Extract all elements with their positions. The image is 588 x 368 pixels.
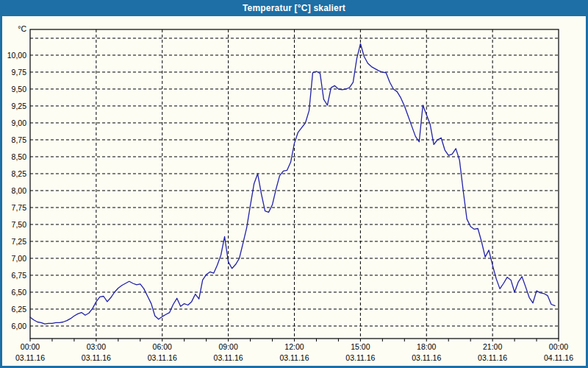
x-axis-date-label: 03.11.16: [15, 353, 45, 362]
chart-window: Temperatur [°C] skaliert 6,006,256,506,7…: [0, 0, 588, 368]
x-axis-date-label: 03.11.16: [478, 353, 507, 362]
y-axis-label: 7,25: [12, 237, 27, 246]
x-axis-date-label: 03.11.16: [412, 353, 441, 362]
y-axis-label: 6,00: [12, 322, 27, 330]
x-axis-time-label: 15:00: [351, 342, 370, 351]
x-axis-time-label: 18:00: [417, 342, 436, 351]
x-axis-time-label: 21:00: [483, 342, 502, 351]
y-axis-label: 9,75: [12, 68, 27, 77]
y-axis-label: 7,50: [12, 220, 27, 229]
x-axis-time-label: 09:00: [218, 342, 237, 351]
y-axis-label: 9,50: [12, 85, 27, 93]
y-axis-label: 8,50: [12, 152, 27, 161]
x-axis-date-label: 03.11.16: [345, 353, 375, 362]
temperature-line-series: [30, 43, 555, 324]
x-axis-date-label: 03.11.16: [214, 353, 243, 362]
x-axis-date-label: 03.11.16: [279, 353, 309, 362]
y-axis-label: 8,25: [12, 169, 27, 178]
y-axis-label: 8,75: [12, 135, 27, 144]
x-axis-date-label: 03.11.16: [82, 353, 111, 362]
x-axis-date-label: 04.11.16: [544, 353, 573, 362]
y-axis-label: 8,00: [12, 186, 27, 195]
x-axis-time-label: 00:00: [21, 342, 40, 351]
x-axis-time-label: 00:00: [549, 342, 568, 351]
y-axis-label: 6,75: [12, 271, 27, 280]
y-axis-label: 6,50: [12, 288, 27, 297]
chart-canvas: 6,006,256,506,757,007,257,507,758,008,25…: [0, 0, 588, 368]
y-axis-label: 10,00: [7, 51, 26, 60]
y-axis-label: 7,75: [12, 203, 27, 212]
x-axis-time-label: 03:00: [87, 342, 106, 351]
y-axis-unit-label: °C: [18, 24, 26, 33]
y-axis-label: 7,00: [12, 254, 27, 263]
y-axis-label: 6,25: [12, 305, 27, 314]
y-axis-label: 9,00: [12, 118, 27, 127]
x-axis-time-label: 06:00: [153, 342, 172, 351]
y-axis-label: 9,25: [12, 102, 27, 110]
x-axis-time-label: 12:00: [284, 342, 304, 351]
x-axis-date-label: 03.11.16: [148, 353, 177, 362]
